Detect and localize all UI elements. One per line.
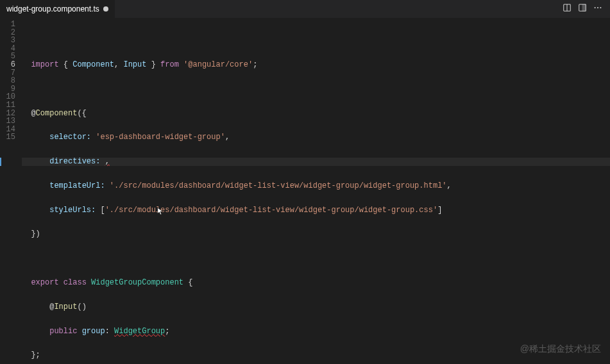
line-number: 13 bbox=[0, 117, 15, 126]
svg-point-3 bbox=[595, 7, 596, 8]
code-line bbox=[22, 85, 610, 94]
code-area[interactable]: import { Component, Input } from '@angul… bbox=[22, 18, 610, 364]
code-line: templateUrl: './src/modules/dashboard/wi… bbox=[22, 182, 610, 190]
code-editor[interactable]: 1 2 3 4 5 6 7 8 9 10 11 12 13 14 15 impo… bbox=[0, 18, 610, 364]
svg-point-5 bbox=[600, 7, 601, 8]
compare-icon[interactable] bbox=[563, 3, 572, 15]
code-line: export class WidgetGroupComponent { bbox=[22, 279, 610, 287]
line-number-gutter: 1 2 3 4 5 6 7 8 9 10 11 12 13 14 15 bbox=[0, 18, 22, 364]
watermark-text: @稀土掘金技术社区 bbox=[520, 343, 601, 355]
modified-dot-icon bbox=[103, 6, 108, 12]
line-number: 8 bbox=[0, 77, 15, 85]
line-number: 15 bbox=[0, 133, 15, 142]
tabs-container: widget-group.component.ts bbox=[0, 0, 115, 18]
code-line bbox=[22, 37, 610, 45]
code-line: import { Component, Input } from '@angul… bbox=[22, 61, 610, 69]
tab-active[interactable]: widget-group.component.ts bbox=[0, 0, 115, 18]
code-line bbox=[22, 254, 610, 263]
tab-bar: widget-group.component.ts bbox=[0, 0, 610, 18]
code-line: }) bbox=[22, 230, 610, 238]
svg-point-4 bbox=[597, 7, 598, 8]
line-number: 11 bbox=[0, 101, 15, 110]
code-line: @Component({ bbox=[22, 110, 610, 118]
code-line: public group: WidgetGroup; bbox=[22, 327, 610, 336]
line-number: 3 bbox=[0, 37, 15, 45]
code-line: selector: 'esp-dashboard-widget-group', bbox=[22, 133, 610, 142]
code-line: styleUrls: ['./src/modules/dashboard/wid… bbox=[22, 206, 610, 215]
more-actions-icon[interactable] bbox=[593, 3, 602, 15]
line-number: 1 bbox=[0, 21, 15, 29]
editor-actions bbox=[563, 3, 610, 15]
tab-filename: widget-group.component.ts bbox=[6, 4, 99, 13]
svg-rect-2 bbox=[582, 4, 586, 12]
code-line-active: directives: , bbox=[22, 158, 610, 166]
code-line: @Input() bbox=[22, 303, 610, 311]
split-editor-icon[interactable] bbox=[578, 3, 587, 15]
line-number: 6 bbox=[0, 61, 15, 69]
